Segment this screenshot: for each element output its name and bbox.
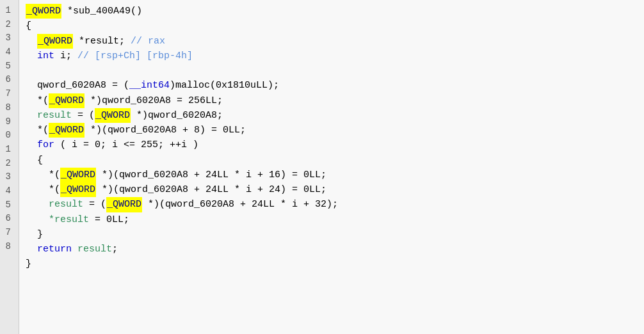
token-12a: *(: [26, 168, 60, 182]
token-result-14: result: [26, 197, 83, 212]
token-comment-4: // [rsp+Ch] [rbp-4h]: [77, 49, 193, 63]
line-num-12: 2: [4, 157, 13, 171]
token-17a: [26, 242, 37, 257]
code-line-17: return result;: [26, 242, 644, 257]
code-line-3: _QWORD *result; // rax: [26, 34, 644, 49]
token-10b: ( i = 0; i <= 255; ++i ): [54, 138, 198, 152]
token-int-4: int: [37, 49, 54, 63]
token-result-8: result: [26, 108, 72, 123]
token-for-10: for: [37, 138, 54, 152]
code-container: 1 2 3 4 5 6 7 8 9 0 1 2 3 4 5 6 7 8 _QWO…: [0, 0, 644, 334]
token-qword-7: _QWORD: [49, 93, 85, 108]
line-num-18: 8: [4, 240, 13, 254]
token-qword-9: _QWORD: [49, 123, 85, 138]
token-9b: *)(qword_6020A8 + 8) = 0LL;: [85, 123, 246, 138]
code-line-12: *(_QWORD *)(qword_6020A8 + 24LL * i + 16…: [26, 168, 644, 182]
token-9a: *(: [26, 123, 49, 138]
code-line-11: {: [26, 153, 644, 168]
line-num-8: 8: [4, 101, 13, 115]
line-num-15: 5: [4, 198, 13, 212]
token-result-17: result: [72, 242, 112, 257]
code-area[interactable]: _QWORD *sub_400A49() { _QWORD *result; /…: [19, 0, 644, 334]
token-int64-6: __int64: [129, 78, 170, 93]
token-18: }: [26, 257, 31, 271]
code-line-1: _QWORD *sub_400A49(): [26, 4, 644, 19]
line-num-10: 0: [4, 129, 13, 143]
token-4a: [26, 49, 37, 63]
token-qword-8: _QWORD: [95, 108, 131, 123]
token-result-15: *result: [26, 212, 89, 227]
line-num-4: 4: [4, 45, 13, 60]
token-16: }: [26, 227, 43, 242]
line-num-6: 6: [4, 73, 13, 87]
code-line-15: *result = 0LL;: [26, 212, 644, 227]
line-num-7: 7: [4, 87, 13, 101]
code-line-7: *(_QWORD *)qword_6020A8 = 256LL;: [26, 93, 644, 108]
code-line-2: {: [26, 19, 644, 33]
token-10a: [26, 138, 37, 152]
token-14b: *)(qword_6020A8 + 24LL * i + 32);: [142, 197, 338, 212]
line-num-16: 6: [4, 212, 13, 226]
token-8b: *)qword_6020A8;: [131, 108, 223, 123]
code-line-18: }: [26, 257, 644, 271]
token-7b: *)qword_6020A8 = 256LL;: [85, 93, 223, 108]
token-comment-3: // rax: [131, 34, 165, 49]
token-6a: qword_6020A8 = (: [26, 78, 129, 93]
token-4b: i;: [54, 49, 77, 63]
line-num-3: 3: [4, 31, 13, 45]
token-7a: *(: [26, 93, 49, 108]
token-3a: [26, 34, 37, 49]
token-qword-1: _QWORD: [26, 4, 61, 19]
token-6b: )malloc(0x1810uLL);: [170, 78, 279, 93]
token-3b: *result;: [73, 34, 131, 49]
code-line-6: qword_6020A8 = (__int64)malloc(0x1810uLL…: [26, 78, 644, 93]
line-num-17: 7: [4, 226, 13, 240]
token-14a: = (: [83, 197, 106, 212]
token-qword-12: _QWORD: [60, 168, 96, 182]
code-line-10: for ( i = 0; i <= 255; ++i ): [26, 138, 644, 152]
token-13b: *)(qword_6020A8 + 24LL * i + 24) = 0LL;: [96, 182, 326, 197]
token-17b: ;: [112, 242, 118, 257]
line-num-14: 4: [4, 184, 13, 198]
token-8a: = (: [72, 108, 95, 123]
line-num-5: 5: [4, 60, 13, 74]
token-13a: *(: [26, 182, 60, 197]
token-11: {: [26, 153, 43, 168]
code-line-14: result = (_QWORD *)(qword_6020A8 + 24LL …: [26, 197, 644, 212]
line-num-1: 1: [4, 4, 13, 18]
code-line-13: *(_QWORD *)(qword_6020A8 + 24LL * i + 24…: [26, 182, 644, 197]
token-12b: *)(qword_6020A8 + 24LL * i + 16) = 0LL;: [96, 168, 326, 182]
code-line-8: result = (_QWORD *)qword_6020A8;: [26, 108, 644, 123]
token-return-17: return: [37, 242, 72, 257]
code-line-5: [26, 63, 644, 78]
token-qword-3: _QWORD: [37, 34, 73, 49]
code-line-4: int i; // [rsp+Ch] [rbp-4h]: [26, 49, 644, 63]
line-numbers: 1 2 3 4 5 6 7 8 9 0 1 2 3 4 5 6 7 8: [0, 0, 19, 334]
token-qword-13: _QWORD: [60, 182, 96, 197]
line-num-13: 3: [4, 170, 13, 184]
token-qword-14: _QWORD: [106, 197, 142, 212]
line-num-2: 2: [4, 18, 13, 32]
token-2: {: [26, 19, 31, 33]
token-1b: *sub_400A49(): [61, 4, 142, 19]
code-line-9: *(_QWORD *)(qword_6020A8 + 8) = 0LL;: [26, 123, 644, 138]
code-line-16: }: [26, 227, 644, 242]
token-15b: = 0LL;: [89, 212, 129, 227]
line-num-9: 9: [4, 115, 13, 129]
line-num-11: 1: [4, 143, 13, 157]
token-5: [26, 63, 31, 78]
